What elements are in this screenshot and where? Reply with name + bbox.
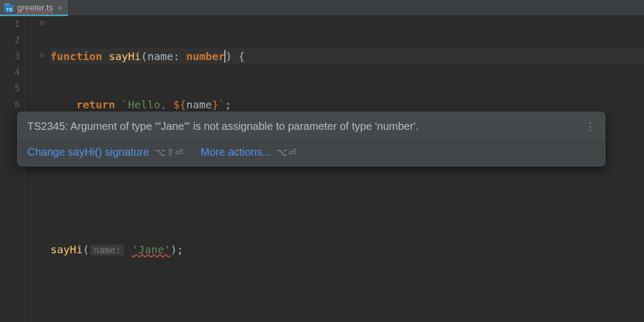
file-tab-greeter[interactable]: TS greeter.ts × [0, 0, 69, 16]
error-squiggle: 'Jane' [132, 243, 171, 256]
change-signature-action[interactable]: Change sayHi() signature ⌥⇧⏎ [27, 146, 184, 158]
error-message: TS2345: Argument of type '"Jane"' is not… [27, 120, 582, 133]
tab-bar: TS greeter.ts × [0, 0, 644, 16]
line-number: 4 [0, 64, 20, 80]
tooltip-actions: Change sayHi() signature ⌥⇧⏎ More action… [18, 141, 605, 166]
fold-close-icon[interactable]: ⊡ [39, 52, 46, 59]
line-number: 6 [0, 97, 20, 113]
fold-open-icon[interactable]: ⊟ [39, 19, 46, 27]
line-number: 1 [0, 16, 20, 32]
action-label: Change sayHi() signature [27, 146, 149, 158]
more-actions-action[interactable]: More actions... ⌥⏎ [201, 146, 297, 158]
code-line: sayHi(name: 'Jane'); [50, 241, 644, 258]
line-number: 2 [0, 32, 20, 48]
code-line: function sayHi(name: number) { [50, 48, 644, 64]
code-area[interactable]: function sayHi(name: number) { return `H… [50, 16, 644, 322]
typescript-file-icon: TS [4, 3, 14, 13]
action-label: More actions... [201, 146, 271, 158]
line-number: 5 [0, 80, 20, 97]
line-number-gutter: 1 2 3 4 5 6 [0, 16, 25, 322]
svg-rect-1 [4, 3, 10, 5]
close-tab-icon[interactable]: × [56, 4, 63, 12]
keyboard-shortcut: ⌥⇧⏎ [155, 147, 184, 158]
error-tooltip: TS2345: Argument of type '"Jane"' is not… [17, 112, 605, 166]
line-number: 3 [0, 48, 20, 64]
code-line [50, 193, 644, 209]
tab-filename: greeter.ts [17, 3, 53, 13]
code-editor[interactable]: 1 2 3 4 5 6 ⊟ ⊡ function sayHi(name: num… [0, 16, 644, 322]
svg-text:TS: TS [6, 7, 12, 12]
inlay-hint: name: [90, 245, 124, 255]
keyboard-shortcut: ⌥⏎ [276, 147, 297, 158]
fold-column: ⊟ ⊡ [25, 16, 50, 322]
code-line: return `Hello, ${name}`; [50, 97, 644, 113]
code-line [50, 290, 644, 306]
tooltip-header: TS2345: Argument of type '"Jane"' is not… [18, 112, 605, 141]
more-options-icon[interactable]: ⋮ [582, 120, 598, 133]
